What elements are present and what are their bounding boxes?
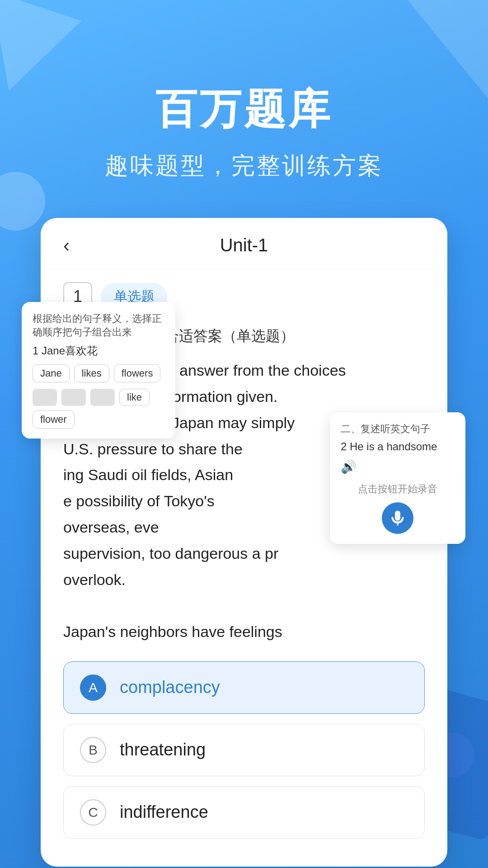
main-content: 百万题库 趣味题型，完整训练方案 根据给出的句子释义，选择正确顺序把句子组合出来… xyxy=(0,0,488,867)
tooltip-dictation-sentence: 2 He is a handsome xyxy=(341,440,455,453)
page-title: 百万题库 xyxy=(155,81,333,137)
tooltip-word-jane[interactable]: Jane xyxy=(33,364,70,382)
back-button[interactable]: ‹ xyxy=(63,235,70,256)
tooltip-word-flowers[interactable]: flowers xyxy=(114,364,161,382)
quiz-card: 根据给出的句子释义，选择正确顺序把句子组合出来 1 Jane喜欢花 Jane l… xyxy=(41,218,447,867)
tooltip-dictation: 二、复述听英文句子 2 He is a handsome 🔊 点击按钮开始录音 xyxy=(330,412,465,544)
tooltip-flower-word[interactable]: flower xyxy=(33,410,75,429)
record-button[interactable] xyxy=(382,502,413,534)
tooltip-slot-3[interactable] xyxy=(90,389,115,406)
tooltip-slot-1[interactable] xyxy=(33,389,57,406)
option-b-text: threatening xyxy=(120,740,206,760)
option-c-text: indifference xyxy=(120,802,208,822)
tooltip-word-likes[interactable]: likes xyxy=(74,364,109,382)
option-b-circle: B xyxy=(80,737,106,763)
tooltip-dictation-title: 二、复述听英文句子 xyxy=(341,422,455,436)
option-a-circle: A xyxy=(80,675,106,701)
option-c-circle: C xyxy=(80,799,106,826)
option-b[interactable]: B threatening xyxy=(63,724,425,776)
option-c[interactable]: C indifference xyxy=(63,786,425,839)
q-line9: overlook. xyxy=(63,571,126,588)
tooltip-slot-2[interactable] xyxy=(61,389,86,406)
page-subtitle: 趣味题型，完整训练方案 xyxy=(105,150,383,182)
tooltip-slot-like[interactable]: like xyxy=(119,389,150,406)
unit-title: Unit-1 xyxy=(220,235,268,255)
tooltip-sentence-order: 根据给出的句子释义，选择正确顺序把句子组合出来 1 Jane喜欢花 Jane l… xyxy=(22,302,175,439)
option-a-text: complacency xyxy=(120,678,220,697)
card-header: ‹ Unit-1 xyxy=(41,218,447,269)
q-line7: overseas, eve xyxy=(63,519,159,536)
q-line10: Japan's neighbors have feelings xyxy=(63,623,282,640)
speaker-icon[interactable]: 🔊 xyxy=(341,459,455,474)
q-line8: supervision, too dangerous a pr xyxy=(63,545,278,562)
tooltip-answer-slots: like xyxy=(33,389,164,406)
tooltip-sentence-question: 1 Jane喜欢花 xyxy=(33,344,164,358)
q-line5: ing Saudi oil fields, Asian xyxy=(63,466,233,483)
tooltip-sentence-title: 根据给出的句子释义，选择正确顺序把句子组合出来 xyxy=(33,312,164,339)
option-a[interactable]: A complacency xyxy=(63,661,425,714)
recording-hint: 点击按钮开始录音 xyxy=(341,482,455,496)
q-line4: U.S. pressure to share the xyxy=(63,440,243,458)
q-line6: e possibility of Tokyo's xyxy=(63,492,215,509)
tooltip-word-bank: Jane likes flowers xyxy=(33,364,164,382)
